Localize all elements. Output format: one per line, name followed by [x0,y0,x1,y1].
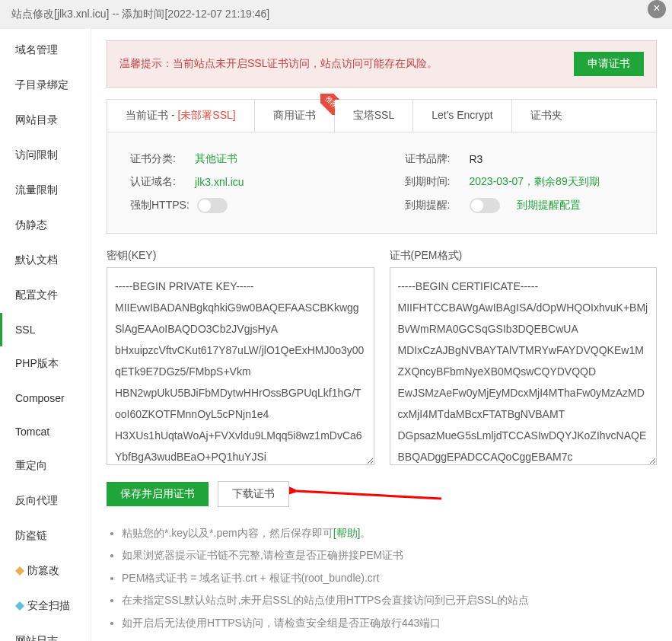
sidebar-item-domain[interactable]: 域名管理 [0,33,91,68]
ssl-tabs: 当前证书 - [未部署SSL] 商用证书 宝塔SSL Let's Encrypt… [107,99,657,132]
modal-header: 站点修改[jlk3.xnl.icu] -- 添加时间[2022-12-07 21… [0,0,672,29]
sidebar-item-webdir[interactable]: 网站目录 [0,103,91,138]
cert-domain-value: jlk3.xnl.icu [195,176,244,188]
help-link[interactable]: [帮助] [333,527,361,539]
cert-expire-value: 2023-03-07，剩余89天到期 [470,175,600,189]
warning-text: 温馨提示：当前站点未开启SSL证书访问，站点访问可能存在风险。 [119,57,438,71]
sidebar-item-log[interactable]: 网站日志 [0,623,91,641]
help-line-5: 如开启后无法使用HTTPS访问，请检查安全组是否正确放行443端口 [122,612,657,634]
help-line-2: 如果浏览器提示证书链不完整,请检查是否正确拼接PEM证书 [122,544,657,566]
sidebar-item-ssl[interactable]: SSL [0,313,91,346]
cert-brand-label: 证书品牌: [405,152,462,166]
force-https-label: 强制HTTPS: [130,199,189,212]
tab-commercial-cert[interactable]: 商用证书 [255,100,335,132]
close-icon[interactable]: × [648,0,666,18]
apply-cert-button[interactable]: 申请证书 [574,52,644,76]
cert-category-label: 证书分类: [130,152,187,166]
save-enable-cert-button[interactable]: 保存并启用证书 [107,482,209,506]
download-cert-button[interactable]: 下载证书 [218,481,289,507]
diamond-blue-icon [15,601,24,611]
sidebar-item-tamper[interactable]: 防篡改 [0,553,91,588]
sidebar-item-composer[interactable]: Composer [0,381,91,415]
modal-title: 站点修改[jlk3.xnl.icu] -- 添加时间[2022-12-07 21… [11,8,269,20]
tab-lets-encrypt[interactable]: Let's Encrypt [413,100,512,132]
key-textarea[interactable] [107,267,374,465]
tab-baota-ssl[interactable]: 宝塔SSL [335,100,413,132]
cert-category-value: 其他证书 [195,152,237,166]
expire-remind-toggle[interactable] [470,198,500,213]
sidebar: 域名管理 子目录绑定 网站目录 访问限制 流量限制 伪静态 默认文档 配置文件 … [0,29,91,641]
sidebar-item-scan[interactable]: 安全扫描 [0,588,91,623]
sidebar-item-traffic[interactable]: 流量限制 [0,173,91,208]
sidebar-item-access[interactable]: 访问限制 [0,138,91,173]
sidebar-item-rewrite[interactable]: 伪静态 [0,208,91,243]
sidebar-item-config[interactable]: 配置文件 [0,278,91,313]
diamond-yellow-icon [15,566,24,576]
cert-brand-value: R3 [470,153,483,165]
cert-domain-label: 认证域名: [130,175,187,189]
sidebar-item-proxy[interactable]: 反向代理 [0,483,91,518]
warning-bar: 温馨提示：当前站点未开启SSL证书访问，站点访问可能存在风险。 申请证书 [107,40,657,88]
tab-cert-folder[interactable]: 证书夹 [512,100,581,132]
sidebar-item-redirect[interactable]: 重定向 [0,448,91,483]
key-label: 密钥(KEY) [107,249,374,263]
svg-marker-1 [15,601,24,611]
force-https-toggle[interactable] [197,198,228,213]
cert-info-card: 证书分类: 其他证书 认证域名: jlk3.xnl.icu 强制HTTPS: 证… [107,132,657,234]
help-line-3: PEM格式证书 = 域名证书.crt + 根证书(root_bundle).cr… [122,567,657,589]
sidebar-item-tomcat[interactable]: Tomcat [0,415,91,448]
help-line-1: 粘贴您的*.key以及*.pem内容，然后保存即可[帮助]。 [122,522,657,544]
help-list: 粘贴您的*.key以及*.pem内容，然后保存即可[帮助]。 如果浏览器提示证书… [107,522,657,634]
sidebar-item-default[interactable]: 默认文档 [0,243,91,278]
pem-label: 证书(PEM格式) [390,249,658,263]
tab-current-cert[interactable]: 当前证书 - [未部署SSL] [107,100,255,132]
help-line-4: 在未指定SSL默认站点时,未开启SSL的站点使用HTTPS会直接访问到已开启SS… [122,589,657,611]
remind-config-link[interactable]: 到期提醒配置 [517,199,581,212]
cert-remind-label: 到期提醒: [405,199,462,212]
pem-textarea[interactable] [390,267,658,465]
sidebar-item-php[interactable]: PHP版本 [0,346,91,381]
red-arrow-annotation-icon [289,485,457,508]
cert-expire-label: 到期时间: [405,175,462,189]
svg-line-3 [297,491,441,499]
svg-marker-0 [15,566,24,576]
sidebar-item-subdir[interactable]: 子目录绑定 [0,68,91,103]
sidebar-item-hotlink[interactable]: 防盗链 [0,518,91,553]
